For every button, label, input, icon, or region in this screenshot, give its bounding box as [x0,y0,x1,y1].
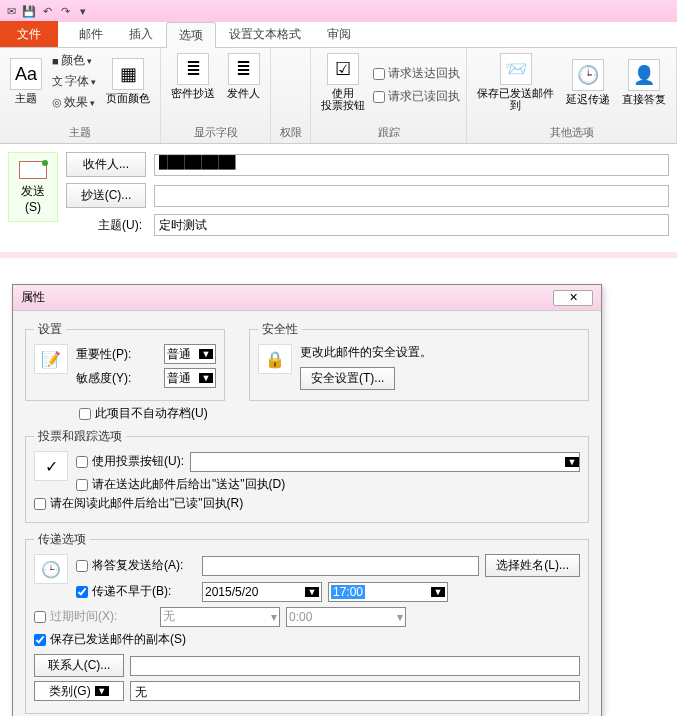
ribbon-group-label: 主题 [6,123,154,140]
read-receipt-checkbox[interactable]: 请在阅读此邮件后给出"已读"回执(R) [34,495,580,512]
ribbon-group-other: 📨 保存已发送邮件 到 🕒 延迟传递 👤 直接答复 其他选项 [467,48,677,143]
to-input[interactable]: █████████ [154,154,669,176]
tab-mail[interactable]: 邮件 [66,21,116,47]
voting-group-icon: ✓ [34,451,68,481]
cc-input[interactable] [154,185,669,207]
page-color-button[interactable]: ▦ 页面颜色 [102,56,154,106]
ribbon-group-permission: 权限 [271,48,311,143]
importance-label: 重要性(P): [76,346,158,363]
reply-to-label: 将答复发送给(A): [92,557,183,574]
tab-format[interactable]: 设置文本格式 [216,21,314,47]
select-names-button[interactable]: 选择姓名(L)... [485,554,580,577]
lock-icon: 🔒 [258,344,292,374]
settings-icon: 📝 [34,344,68,374]
page-color-label: 页面颜色 [106,92,150,104]
theme-colors-button[interactable]: ■ 颜色 ▾ [50,51,98,70]
dialog-title-text: 属性 [21,289,45,306]
settings-group: 设置 📝 重要性(P): 普通▼ 敏感度(Y): 普通▼ [25,321,225,401]
theme-colors-label: 颜色 [61,52,85,69]
redo-icon[interactable]: ↷ [58,4,72,18]
ribbon-group-label: 权限 [277,123,304,140]
save-sent-label: 保存已发送邮件 到 [477,87,554,111]
voting-combo[interactable]: ▼ [190,452,580,472]
contacts-button[interactable]: 联系人(C)... [34,654,124,677]
security-text: 更改此邮件的安全设置。 [258,344,580,361]
request-delivery-checkbox[interactable]: 请求送达回执 [373,65,460,82]
not-before-checkbox[interactable]: 传递不早于(B): [76,583,196,600]
ribbon-group-tracking: ☑ 使用 投票按钮 请求送达回执 请求已读回执 跟踪 [311,48,467,143]
ribbon-group-theme: Aa 主题 ■ 颜色 ▾ 文 字体 ▾ ◎ 效果 ▾ ▦ 页面颜色 主题 [0,48,161,143]
not-before-label: 传递不早于(B): [92,583,171,600]
delay-label: 延迟传递 [566,93,610,105]
request-read-checkbox[interactable]: 请求已读回执 [373,88,460,105]
from-button[interactable]: ≣ 发件人 [223,51,264,101]
expires-time: 0:00▾ [286,607,406,627]
reply-to-checkbox[interactable]: 将答复发送给(A): [76,557,196,574]
close-icon[interactable]: ✕ [553,290,593,306]
app-icon: ✉ [4,4,18,18]
categories-input[interactable]: 无 [130,681,580,701]
voting-button[interactable]: ☑ 使用 投票按钮 [317,51,369,113]
dialog-titlebar: 属性 ✕ [13,285,601,311]
security-legend: 安全性 [258,321,302,338]
security-settings-button[interactable]: 安全设置(T)... [300,367,395,390]
save-copy-label: 保存已发送邮件的副本(S) [50,631,186,648]
request-delivery-label: 请求送达回执 [388,65,460,82]
ribbon-group-label: 其他选项 [473,123,670,140]
sensitivity-label: 敏感度(Y): [76,370,158,387]
tab-file[interactable]: 文件 [0,21,58,47]
delay-delivery-button[interactable]: 🕒 延迟传递 [562,57,614,107]
voting-legend: 投票和跟踪选项 [34,428,126,445]
delivery-receipt-checkbox[interactable]: 请在送达此邮件后给出"送达"回执(D) [76,476,580,493]
compose-area: 发送 (S) 收件人... █████████ 抄送(C)... 主题(U): [0,144,677,258]
undo-icon[interactable]: ↶ [40,4,54,18]
voting-tracking-group: 投票和跟踪选项 ✓ 使用投票按钮(U): ▼ 请在送达此邮件后给出"送达"回执(… [25,428,589,523]
save-icon[interactable]: 💾 [22,4,36,18]
not-before-date[interactable]: 2015/5/20▼ [202,582,322,602]
sensitivity-value: 普通 [167,370,191,387]
importance-select[interactable]: 普通▼ [164,344,216,364]
voting-icon: ☑ [327,53,359,85]
quick-access-toolbar: ✉ 💾 ↶ ↷ ▾ [0,0,677,22]
save-copy-checkbox[interactable]: 保存已发送邮件的副本(S) [34,631,580,648]
voting-label: 使用 投票按钮 [321,87,365,111]
settings-legend: 设置 [34,321,66,338]
subject-label: 主题(U): [66,217,146,234]
theme-fonts-button[interactable]: 文 字体 ▾ [50,72,98,91]
no-autoarchive-label: 此项目不自动存档(U) [95,405,208,422]
categories-button[interactable]: 类别(G)▼ [34,681,124,701]
reply-to-input[interactable] [202,556,479,576]
sensitivity-select[interactable]: 普通▼ [164,368,216,388]
subject-input[interactable] [154,214,669,236]
not-before-time[interactable]: 17:00▼ [328,582,448,602]
tab-insert[interactable]: 插入 [116,21,166,47]
properties-dialog: 属性 ✕ 设置 📝 重要性(P): 普通▼ 敏感度(Y): 普通▼ 安全性 🔒 … [12,284,602,716]
bcc-button[interactable]: ≣ 密件抄送 [167,51,219,101]
delivery-options-group: 传递选项 🕒 将答复发送给(A): 选择姓名(L)... 传递不早于(B): 2… [25,531,589,714]
expires-checkbox[interactable]: 过期时间(X): [34,608,154,625]
use-voting-checkbox[interactable]: 使用投票按钮(U): [76,453,184,470]
qat-dropdown-icon[interactable]: ▾ [76,4,90,18]
themes-icon: Aa [10,58,42,90]
contacts-input[interactable] [130,656,580,676]
page-color-icon: ▦ [112,58,144,90]
send-button[interactable]: 发送 (S) [8,152,58,222]
themes-button[interactable]: Aa 主题 [6,56,46,106]
to-button[interactable]: 收件人... [66,152,146,177]
tab-review[interactable]: 审阅 [314,21,364,47]
categories-label: 类别(G) [49,683,90,700]
request-read-label: 请求已读回执 [388,88,460,105]
themes-label: 主题 [15,92,37,104]
no-autoarchive-checkbox[interactable] [79,408,91,420]
read-receipt-label: 请在阅读此邮件后给出"已读"回执(R) [50,495,243,512]
direct-reply-button[interactable]: 👤 直接答复 [618,57,670,107]
not-before-time-value: 17:00 [331,585,365,599]
cc-button[interactable]: 抄送(C)... [66,183,146,208]
reply-icon: 👤 [628,59,660,91]
delivery-receipt-label: 请在送达此邮件后给出"送达"回执(D) [92,476,285,493]
tab-options[interactable]: 选项 [166,22,216,48]
use-voting-label: 使用投票按钮(U): [92,453,184,470]
save-sent-button[interactable]: 📨 保存已发送邮件 到 [473,51,558,113]
theme-effects-button[interactable]: ◎ 效果 ▾ [50,93,98,112]
expires-time-value: 0:00 [289,610,312,624]
